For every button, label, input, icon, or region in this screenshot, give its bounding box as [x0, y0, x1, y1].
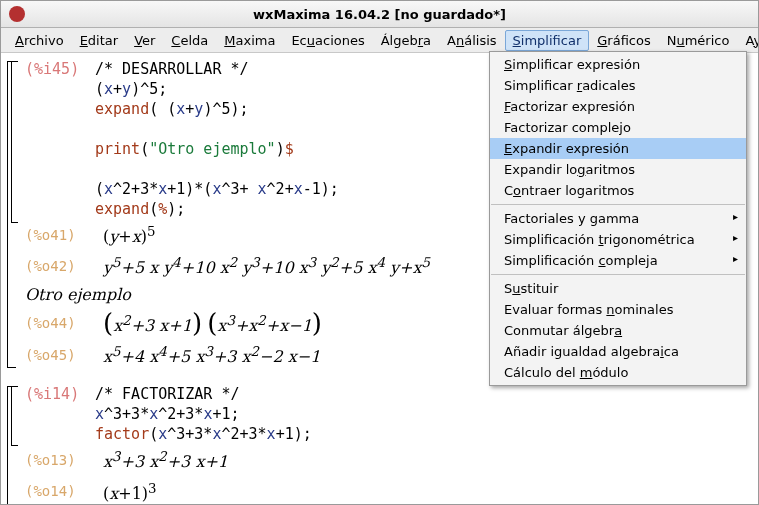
output-label: (%o44) [25, 315, 103, 331]
output-label: (%o14) [25, 483, 103, 499]
menu-editar[interactable]: Editar [72, 30, 127, 51]
menu-ver[interactable]: Ver [126, 30, 163, 51]
dd-contraer-logaritmos[interactable]: Contraer logaritmos [490, 180, 746, 201]
output-expr: x3+3 x2+3 x+1 [103, 444, 228, 475]
menu-ecuaciones[interactable]: Ecuaciones [283, 30, 372, 51]
window: wxMaxima 16.04.2 [no guardado*] Archivo … [0, 0, 759, 505]
cell-factorizar: (%i14)/* FACTORIZAR */ x^3+3*x^2+3*x+1; … [7, 384, 748, 504]
dd-evaluar-nominales[interactable]: Evaluar formas nominales [490, 299, 746, 320]
output-expr: x5+4 x4+5 x3+3 x2−2 x−1 [103, 339, 320, 370]
titlebar: wxMaxima 16.04.2 [no guardado*] [1, 1, 758, 28]
dd-factorizar-complejo[interactable]: Factorizar complejo [490, 117, 746, 138]
output-label: (%o41) [25, 227, 103, 243]
menu-algebra[interactable]: Álgebra [373, 30, 439, 51]
dd-simplificacion-compleja[interactable]: Simplificación compleja [490, 250, 746, 271]
menu-analisis[interactable]: Análisis [439, 30, 505, 51]
menu-graficos[interactable]: Gráficos [589, 30, 658, 51]
menu-maxima[interactable]: Maxima [216, 30, 283, 51]
output-label: (%o13) [25, 452, 103, 468]
output-label: (%o45) [25, 347, 103, 363]
dd-simplificar-expresion[interactable]: Simplificar expresión [490, 54, 746, 75]
menubar: Archivo Editar Ver Celda Maxima Ecuacion… [1, 28, 758, 53]
menu-simplificar[interactable]: Simplificar [505, 30, 590, 51]
input-label: (%i45) [25, 59, 95, 79]
comment: /* DESARROLLAR */ [95, 60, 249, 78]
output-expr: (y+x)5 [103, 219, 155, 250]
dd-separator [491, 274, 745, 275]
output-expr: (x+1)3 [103, 476, 157, 504]
dd-expandir-logaritmos[interactable]: Expandir logaritmos [490, 159, 746, 180]
dd-conmutar-algebra[interactable]: Conmutar álgebra [490, 320, 746, 341]
output-expr: (x2+3 x+1) (x3+x2+x−1) [103, 308, 322, 339]
dd-separator [491, 204, 745, 205]
output-expr: y5+5 x y4+10 x2 y3+10 x3 y2+5 x4 y+x5 [103, 250, 430, 281]
menu-ayuda[interactable]: Ayuda [737, 30, 759, 51]
menu-numerico[interactable]: Numérico [659, 30, 738, 51]
input-label: (%i14) [25, 384, 95, 404]
dd-factorizar-expresion[interactable]: Factorizar expresión [490, 96, 746, 117]
dd-factoriales-gamma[interactable]: Factoriales y gamma [490, 208, 746, 229]
dd-simplificar-radicales[interactable]: Simplificar radicales [490, 75, 746, 96]
dd-anadir-igualdad[interactable]: Añadir igualdad algebraica [490, 341, 746, 362]
comment: /* FACTORIZAR */ [95, 385, 240, 403]
menu-archivo[interactable]: Archivo [7, 30, 72, 51]
dd-calculo-modulo[interactable]: Cálculo del módulo [490, 362, 746, 383]
output-label: (%o42) [25, 258, 103, 274]
menu-celda[interactable]: Celda [163, 30, 216, 51]
input-bracket[interactable] [11, 61, 18, 223]
window-title: wxMaxima 16.04.2 [no guardado*] [1, 7, 758, 22]
dd-simplificacion-trigonometrica[interactable]: Simplificación trigonométrica [490, 229, 746, 250]
print-output: Otro ejemplo [25, 282, 131, 308]
dd-expandir-expresion[interactable]: Expandir expresión [490, 138, 746, 159]
dd-sustituir[interactable]: Sustituir [490, 278, 746, 299]
input-bracket[interactable] [11, 386, 18, 446]
simplificar-dropdown: Simplificar expresión Simplificar radica… [489, 51, 747, 386]
